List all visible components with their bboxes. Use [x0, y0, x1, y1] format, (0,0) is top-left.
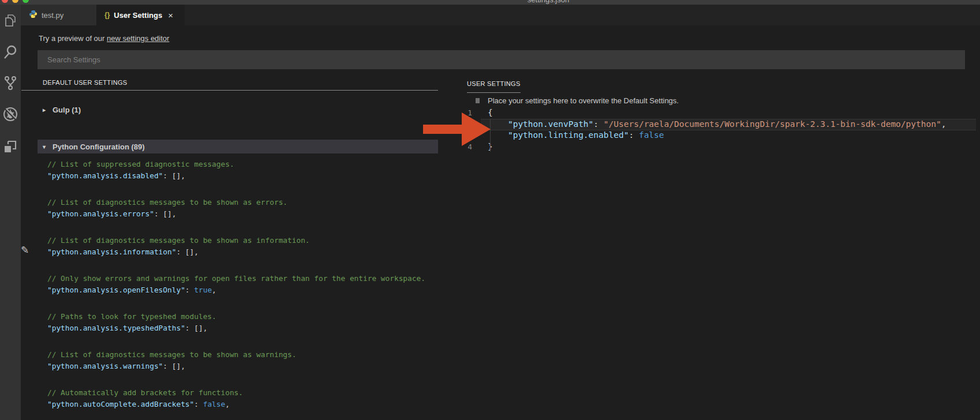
chevron-right-icon: ▸ [43, 107, 49, 113]
banner-text: Try a preview of our [39, 34, 107, 43]
group-label: Python Configuration (89) [53, 142, 145, 151]
edit-pencil-icon[interactable]: ✎ [21, 244, 29, 256]
setting-code-line: "python.analysis.openFilesOnly": true, [47, 284, 438, 296]
extensions-icon[interactable] [2, 138, 18, 155]
debug-icon[interactable] [2, 106, 18, 122]
new-settings-editor-link[interactable]: new settings editor [107, 34, 169, 43]
source-control-icon[interactable] [2, 75, 18, 91]
code-token: "python.analysis.typeshedPaths" [47, 324, 185, 332]
red-annotation-arrow [423, 111, 492, 147]
default-setting-entry: // List of diagnostics messages to be sh… [47, 235, 438, 257]
close-tab-icon[interactable]: × [168, 10, 173, 20]
user-settings-title: USER SETTINGS [467, 80, 521, 93]
titlebar: settings.json [0, 0, 980, 5]
editor-line[interactable]: 1{ [444, 107, 980, 119]
settings-preview-banner: Try a preview of our new settings editor [39, 34, 169, 43]
braces-icon: {} [104, 11, 110, 19]
window-title: settings.json [473, 0, 623, 4]
code-token: "python.autoComplete.addBrackets" [47, 400, 194, 408]
code-token: "python.analysis.errors" [47, 209, 154, 218]
default-setting-entry: // Only show errors and warnings for ope… [47, 273, 438, 295]
panel-title-divider [21, 90, 438, 91]
code-token: , [212, 286, 216, 294]
default-setting-entry: // List of diagnostics messages to be sh… [47, 197, 438, 219]
activity-bar [0, 5, 21, 420]
search-settings-input[interactable] [38, 50, 965, 69]
editor-line[interactable]: 3 "python.linting.enabled": false [444, 130, 980, 141]
user-settings-panel[interactable]: USER SETTINGS Place your settings here t… [444, 72, 980, 420]
code-token: "python.analysis.openFilesOnly" [47, 286, 185, 294]
setting-code-line: "python.analysis.disabled": [], [47, 170, 438, 182]
default-setting-entry: // Paths to look for typeshed modules."p… [47, 311, 438, 333]
default-setting-entry: // List of diagnostics messages to be sh… [47, 349, 438, 372]
tab-label: test.py [42, 11, 63, 20]
code-token: "python.analysis.warnings" [47, 362, 163, 370]
line-content: "python.linting.enabled": false [480, 130, 664, 141]
code-token: false [639, 130, 664, 140]
code-token: : [], [154, 209, 177, 218]
code-token: false [203, 400, 226, 408]
settings-group-gulp[interactable]: ▸ Gulp (1) [21, 103, 438, 117]
default-setting-entry: // Automatically add brackets for functi… [47, 387, 438, 410]
setting-code-line: "python.analysis.typeshedPaths": [], [47, 322, 438, 334]
setting-comment: // List of diagnostics messages to be sh… [47, 349, 438, 361]
code-token: : [185, 286, 194, 294]
chevron-down-icon: ▾ [43, 144, 49, 150]
current-line-highlight [481, 119, 976, 130]
default-settings-code[interactable]: // List of suppressed diagnostic message… [47, 159, 438, 420]
search-icon[interactable] [2, 44, 18, 60]
code-token: , [225, 400, 230, 408]
setting-code-line: "python.autoComplete.addBrackets": false… [47, 399, 438, 410]
setting-comment: // Automatically add brackets for functi… [47, 387, 438, 399]
code-token: "python.analysis.disabled" [47, 171, 163, 180]
code-token: : [], [163, 171, 185, 180]
code-token: "python.analysis.information" [47, 247, 176, 256]
traffic-light-zoom-icon[interactable] [23, 0, 29, 3]
settings-group-python-configuration[interactable]: ▾ Python Configuration (89) [38, 140, 438, 153]
group-label: Gulp (1) [53, 106, 81, 114]
traffic-light-minimize-icon[interactable] [12, 0, 18, 3]
editor-line[interactable]: 2 "python.venvPath": "/Users/raela/Docum… [444, 119, 980, 130]
tab-bar: test.py {} User Settings × [21, 5, 980, 25]
setting-code-line: "python.analysis.warnings": [], [47, 361, 438, 372]
code-token: : [], [176, 247, 199, 256]
default-settings-title: DEFAULT USER SETTINGS [43, 79, 127, 86]
tab-test-py[interactable]: test.py [21, 5, 96, 25]
code-token: "python.linting.enabled" [508, 130, 629, 140]
setting-comment: // List of diagnostics messages to be sh… [47, 235, 438, 246]
tab-label: User Settings [114, 11, 162, 20]
code-token: : [], [185, 324, 208, 332]
default-settings-panel[interactable]: DEFAULT USER SETTINGS ▸ Gulp (1) ▾ Pytho… [21, 72, 438, 420]
explorer-icon[interactable] [2, 13, 18, 29]
code-token: : [], [163, 362, 185, 370]
setting-comment: // List of diagnostics messages to be sh… [47, 197, 438, 208]
setting-code-line: "python.analysis.errors": [], [47, 208, 438, 220]
default-setting-entry: // List of suppressed diagnostic message… [47, 159, 438, 181]
editor-line[interactable]: 4} [444, 141, 980, 153]
user-settings-code[interactable]: 1{2 "python.venvPath": "/Users/raela/Doc… [444, 107, 980, 152]
traffic-light-close-icon[interactable] [2, 0, 8, 3]
setting-comment: // List of suppressed diagnostic message… [47, 159, 438, 170]
user-settings-description: Place your settings here to overwrite th… [488, 96, 679, 105]
setting-comment: // Only show errors and warnings for ope… [47, 273, 438, 284]
python-file-icon [29, 10, 38, 20]
panel-sash-handle[interactable] [476, 98, 480, 103]
code-token: true [194, 286, 212, 294]
setting-comment: // Paths to look for typeshed modules. [47, 311, 438, 322]
setting-code-line: "python.analysis.information": [], [47, 246, 438, 258]
code-token: : [194, 400, 203, 408]
code-token: : [629, 130, 638, 140]
tab-user-settings[interactable]: {} User Settings × [96, 5, 185, 25]
